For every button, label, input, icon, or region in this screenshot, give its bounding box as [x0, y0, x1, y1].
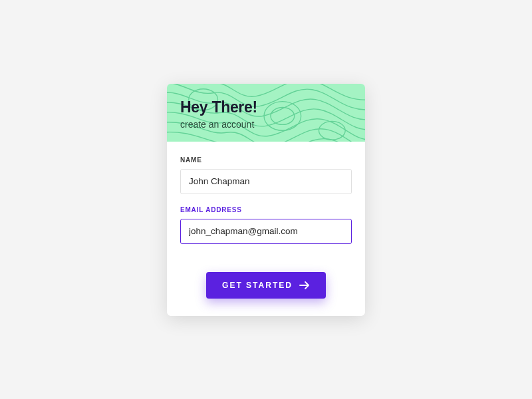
- button-row: GET STARTED: [167, 261, 365, 316]
- email-input[interactable]: [180, 219, 352, 244]
- name-field-group: NAME: [180, 156, 352, 194]
- get-started-button[interactable]: GET STARTED: [206, 272, 326, 299]
- arrow-right-icon: [299, 281, 310, 290]
- name-label: NAME: [180, 156, 352, 164]
- header-title: Hey There!: [180, 98, 352, 116]
- card-header: Hey There! create an account: [167, 84, 365, 142]
- name-input[interactable]: [180, 169, 352, 194]
- form-body: NAME EMAIL ADDRESS: [167, 142, 365, 261]
- email-field-group: EMAIL ADDRESS: [180, 206, 352, 244]
- header-subtitle: create an account: [180, 119, 352, 130]
- signup-card: Hey There! create an account NAME EMAIL …: [167, 84, 365, 316]
- cta-label: GET STARTED: [222, 281, 293, 290]
- email-label: EMAIL ADDRESS: [180, 206, 352, 213]
